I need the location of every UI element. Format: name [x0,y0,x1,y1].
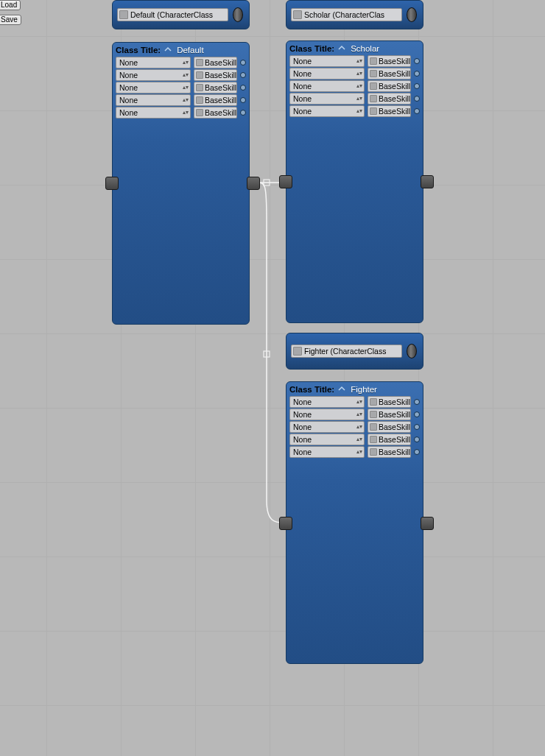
enum-dropdown[interactable]: None▴▾ [289,396,365,408]
class-title-value: Default [177,46,245,54]
row-output-pin[interactable] [414,449,420,455]
node-scholar-in-port[interactable] [279,175,292,188]
enum-dropdown[interactable]: None▴▾ [116,57,191,68]
object-field[interactable]: BaseSkillD [194,82,237,93]
object-field[interactable]: BaseSkillD [368,396,411,408]
enum-value: None [293,448,312,456]
row-output-pin[interactable] [414,411,420,417]
node-default[interactable]: Class Title: Default None▴▾BaseSkillDNon… [112,42,250,325]
row-output-pin[interactable] [414,83,420,89]
object-field[interactable]: Scholar (CharacterClas [291,8,402,21]
load-button[interactable]: Load [0,0,21,10]
enum-dropdown[interactable]: None▴▾ [289,55,365,67]
connection-wires [0,0,545,756]
enum-value: None [293,69,312,78]
object-field[interactable]: BaseSkillD [194,57,237,68]
row-output-pin[interactable] [414,58,420,64]
row-output-pin[interactable] [414,71,420,77]
object-field[interactable]: BaseSkillD [368,93,411,105]
object-field-text: BaseSkillD [205,58,236,67]
enum-dropdown[interactable]: None▴▾ [289,80,365,92]
object-field[interactable]: BaseSkillD [194,107,237,119]
enum-value: None [293,82,312,91]
dropdown-arrows-icon: ▴▾ [356,96,362,102]
header-fighter[interactable]: Fighter (CharacterClass [286,333,423,370]
object-picker-button[interactable] [407,7,417,22]
skill-row: None▴▾BaseSkillD [286,434,423,446]
object-field[interactable]: BaseSkillD [194,94,237,106]
object-field[interactable]: BaseSkillD [194,69,237,81]
row-output-pin[interactable] [414,424,420,430]
dropdown-arrows-icon: ▴▾ [356,399,362,405]
enum-dropdown[interactable]: None▴▾ [116,69,191,81]
row-output-pin[interactable] [414,399,420,405]
node-fighter-in-port[interactable] [279,517,292,530]
enum-dropdown[interactable]: None▴▾ [289,421,365,433]
row-output-pin[interactable] [240,85,246,91]
object-field[interactable]: BaseSkillD [368,80,411,92]
row-output-pin[interactable] [240,60,246,66]
dropdown-arrows-icon: ▴▾ [356,449,362,455]
svg-rect-1 [264,351,270,357]
row-output-pin[interactable] [414,108,420,114]
enum-dropdown[interactable]: None▴▾ [289,409,365,420]
row-output-pin[interactable] [414,96,420,102]
row-output-pin[interactable] [240,72,246,78]
object-field[interactable]: BaseSkillD [368,55,411,67]
header-scholar[interactable]: Scholar (CharacterClas [286,0,423,29]
object-field-text: Fighter (CharacterClass [304,347,386,356]
dropdown-arrows-icon: ▴▾ [183,60,189,66]
node-fighter[interactable]: Class Title: Fighter None▴▾BaseSkillDNon… [286,381,423,664]
enum-dropdown[interactable]: None▴▾ [116,82,191,93]
asset-icon [370,411,377,418]
node-scholar[interactable]: Class Title: Scholar None▴▾BaseSkillDNon… [286,40,423,323]
enum-dropdown[interactable]: None▴▾ [289,434,365,445]
asset-icon [370,70,377,77]
object-field[interactable]: Default (CharacterClass [117,8,228,21]
enum-dropdown[interactable]: None▴▾ [289,93,365,105]
object-picker-button[interactable] [407,344,417,358]
enum-value: None [293,435,312,444]
node-fighter-out-port[interactable] [421,517,434,530]
enum-dropdown[interactable]: None▴▾ [116,107,191,119]
dropdown-arrows-icon: ▴▾ [356,411,362,417]
object-field-text: BaseSkillD [379,398,410,406]
object-field-text: BaseSkillD [205,71,236,80]
object-field-text: BaseSkillD [205,96,236,105]
asset-icon [370,95,377,102]
object-field[interactable]: BaseSkillD [368,409,411,420]
object-field[interactable]: BaseSkillD [368,68,411,80]
object-picker-button[interactable] [233,7,243,22]
object-field[interactable]: BaseSkillD [368,421,411,433]
object-field[interactable]: Fighter (CharacterClass [291,345,402,358]
node-default-out-port[interactable] [247,177,260,190]
skill-row: None▴▾BaseSkillD [286,396,423,409]
row-output-pin[interactable] [240,97,246,103]
skill-row: None▴▾BaseSkillD [113,57,249,69]
object-field[interactable]: BaseSkillD [368,105,411,117]
enum-dropdown[interactable]: None▴▾ [289,105,365,117]
object-field-text: BaseSkillD [379,82,410,91]
save-button[interactable]: Save [0,15,21,25]
skill-row: None▴▾BaseSkillD [286,105,423,118]
enum-dropdown[interactable]: None▴▾ [289,68,365,80]
row-output-pin[interactable] [240,110,246,116]
node-default-in-port[interactable] [105,177,119,190]
node-scholar-out-port[interactable] [421,175,434,188]
node-graph-canvas[interactable]: { "toolbar": { "load": "Load", "save": "… [0,0,545,756]
enum-dropdown[interactable]: None▴▾ [116,94,191,106]
foldout-icon[interactable] [337,44,346,53]
row-output-pin[interactable] [414,437,420,442]
dropdown-arrows-icon: ▴▾ [356,108,362,114]
foldout-icon[interactable] [337,385,346,394]
object-field[interactable]: BaseSkillD [368,446,411,458]
foldout-icon[interactable] [164,46,172,54]
dropdown-arrows-icon: ▴▾ [356,71,362,77]
object-field-text: BaseSkillD [205,83,236,92]
object-field[interactable]: BaseSkillD [368,434,411,445]
enum-dropdown[interactable]: None▴▾ [289,446,365,458]
class-title-label: Class Title: [289,385,334,394]
class-title-label: Class Title: [289,44,334,53]
asset-icon [196,96,203,104]
header-default[interactable]: Default (CharacterClass [112,0,250,29]
